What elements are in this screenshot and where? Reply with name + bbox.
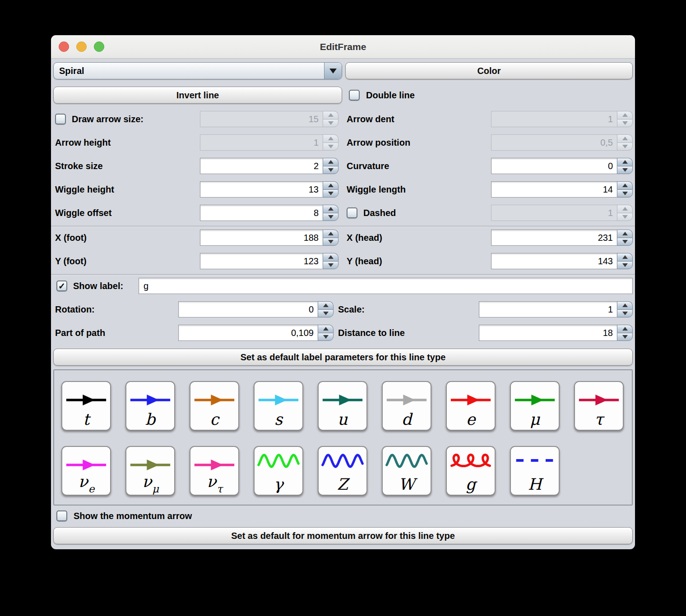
spin-down-button[interactable] <box>323 238 338 246</box>
dashed-label: Dashed <box>363 208 396 218</box>
spin-down-button[interactable] <box>617 166 633 175</box>
particle-button-nu_tau[interactable]: ντ <box>190 446 239 496</box>
arrow-position-value[interactable]: 0,5 <box>491 134 617 151</box>
spin-down-button[interactable] <box>323 213 338 221</box>
spin-up-button[interactable] <box>323 158 338 166</box>
particle-button-c[interactable]: c <box>190 381 239 431</box>
color-button[interactable]: Color <box>345 62 633 79</box>
particle-button-u[interactable]: u <box>318 381 367 431</box>
wiggle-height-spinner: 13 <box>200 181 338 198</box>
spin-up-button[interactable] <box>617 325 633 333</box>
x-foot-value[interactable]: 188 <box>200 230 323 246</box>
arrow-position-label: Arrow position <box>347 138 491 148</box>
particle-button-H[interactable]: H <box>510 446 560 496</box>
spin-up-button[interactable] <box>617 230 633 238</box>
close-icon[interactable] <box>59 41 69 52</box>
momentum-arrow-checkbox[interactable] <box>56 510 67 521</box>
spin-up-button[interactable] <box>617 181 633 189</box>
spin-up-button[interactable] <box>617 253 633 261</box>
spin-down-button[interactable] <box>617 119 633 128</box>
spin-up-button[interactable] <box>617 205 633 213</box>
double-line-checkbox[interactable] <box>349 90 360 101</box>
dashed-size-value[interactable]: 1 <box>491 205 617 221</box>
particle-button-Z[interactable]: Z <box>318 446 367 496</box>
rotation-label: Rotation: <box>55 304 178 315</box>
spin-up-button[interactable] <box>323 111 338 119</box>
y-head-label: Y (head) <box>347 256 491 267</box>
spin-down-button[interactable] <box>318 333 334 341</box>
minimize-icon[interactable] <box>76 41 87 52</box>
set-momentum-default-button[interactable]: Set as default for momentum arrow for th… <box>53 527 633 544</box>
spin-down-button[interactable] <box>617 189 633 198</box>
Z-line-style-icon <box>321 450 364 471</box>
invert-line-button[interactable]: Invert line <box>53 87 342 104</box>
particle-label-b: b <box>126 412 174 428</box>
particle-button-W[interactable]: W <box>382 446 431 496</box>
particle-button-s[interactable]: s <box>254 381 303 431</box>
set-label-default-button[interactable]: Set as default label parameters for this… <box>53 349 633 366</box>
y-head-value[interactable]: 143 <box>491 253 617 269</box>
spin-down-button[interactable] <box>323 261 338 270</box>
particle-label-d: d <box>383 412 431 428</box>
particle-button-nu_e[interactable]: νe <box>61 446 111 496</box>
arrow-height-label: Arrow height <box>55 138 200 148</box>
particle-button-g[interactable]: g <box>446 446 496 496</box>
spin-up-button[interactable] <box>323 253 338 261</box>
distance-to-line-value[interactable]: 18 <box>479 325 617 341</box>
spin-up-button[interactable] <box>323 134 338 143</box>
maximize-icon[interactable] <box>94 41 104 52</box>
spin-down-button[interactable] <box>323 189 338 198</box>
spin-up-button[interactable] <box>323 181 338 189</box>
spin-up-button[interactable] <box>617 111 633 119</box>
spin-down-button[interactable] <box>617 309 633 318</box>
particle-button-nu_mu[interactable]: νμ <box>125 446 175 496</box>
particle-button-d[interactable]: d <box>382 381 431 431</box>
draw-arrow-size-value[interactable]: 15 <box>200 111 323 127</box>
separator <box>51 226 635 227</box>
line-type-dropdown[interactable]: Spiral <box>53 62 342 79</box>
dashed-checkbox[interactable] <box>347 207 357 218</box>
y-foot-value[interactable]: 123 <box>200 253 323 269</box>
particle-button-t[interactable]: t <box>61 381 111 431</box>
part-of-path-value[interactable]: 0,109 <box>178 325 318 341</box>
spin-down-button[interactable] <box>617 261 633 270</box>
spin-up-button[interactable] <box>617 301 633 309</box>
editframe-window: EditFrame Spiral Color Invert line Doubl… <box>51 35 635 549</box>
scale-value[interactable]: 1 <box>479 301 617 317</box>
spin-up-button[interactable] <box>318 325 334 333</box>
wiggle-height-value[interactable]: 13 <box>200 181 323 198</box>
wiggle-offset-value[interactable]: 8 <box>200 205 323 221</box>
spin-down-button[interactable] <box>323 119 338 128</box>
spin-down-button[interactable] <box>323 166 338 175</box>
particle-button-b[interactable]: b <box>125 381 175 431</box>
arrow-height-value[interactable]: 1 <box>200 134 323 151</box>
particle-button-tau[interactable]: τ <box>574 381 624 431</box>
spin-down-button[interactable] <box>617 333 633 341</box>
spin-up-button[interactable] <box>323 205 338 213</box>
chevron-down-icon[interactable] <box>324 63 342 79</box>
spin-up-button[interactable] <box>617 158 633 166</box>
spin-up-button[interactable] <box>323 230 338 238</box>
arrow-dent-value[interactable]: 1 <box>491 111 617 127</box>
show-label-checkbox[interactable]: ✓ <box>56 280 67 291</box>
spin-down-button[interactable] <box>617 143 633 151</box>
wiggle-length-value[interactable]: 14 <box>491 181 617 198</box>
stroke-size-value[interactable]: 2 <box>200 158 323 174</box>
particle-button-mu[interactable]: μ <box>510 381 560 431</box>
spin-up-button[interactable] <box>617 134 633 143</box>
rotation-value[interactable]: 0 <box>178 301 318 317</box>
momentum-arrow-label: Show the momentum arrow <box>74 511 192 521</box>
spin-up-button[interactable] <box>318 301 334 309</box>
spin-down-button[interactable] <box>323 143 338 151</box>
draw-arrow-checkbox[interactable] <box>55 114 66 124</box>
particle-button-gamma[interactable]: γ <box>254 446 303 496</box>
spin-down-button[interactable] <box>617 238 633 246</box>
label-text-input[interactable]: g <box>139 278 633 294</box>
spin-down-button[interactable] <box>318 309 334 318</box>
particle-button-e[interactable]: e <box>446 381 496 431</box>
curvature-value[interactable]: 0 <box>491 158 617 174</box>
spin-down-button[interactable] <box>617 213 633 221</box>
curvature-spinner: 0 <box>491 158 633 174</box>
W-line-style-icon <box>385 450 428 471</box>
x-head-value[interactable]: 231 <box>491 230 617 246</box>
